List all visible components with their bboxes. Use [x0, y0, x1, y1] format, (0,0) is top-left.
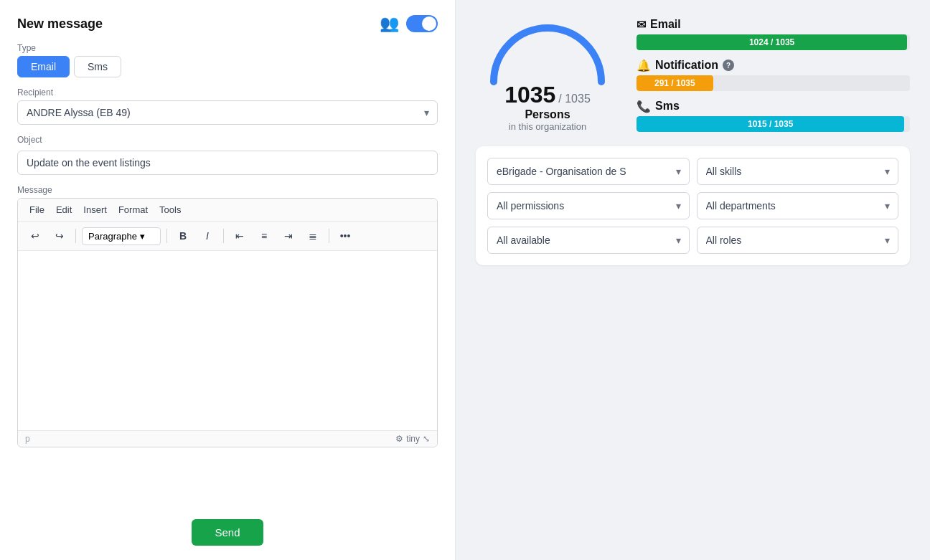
- departments-filter[interactable]: All departments: [697, 192, 899, 219]
- skills-filter[interactable]: All skills: [697, 158, 899, 185]
- notification-progress-text: 291 / 1035: [654, 78, 695, 88]
- sms-channel-header: 📞 Sms: [637, 100, 910, 113]
- paragraph-chevron: ▾: [140, 231, 145, 242]
- filters-grid: eBrigade - Organisation de S All skills …: [487, 158, 898, 254]
- menu-insert[interactable]: Insert: [78, 201, 113, 218]
- bold-button[interactable]: B: [173, 226, 193, 246]
- undo-button[interactable]: ↩: [25, 226, 45, 246]
- notification-channel-label: Notification: [655, 59, 718, 72]
- editor-body[interactable]: [18, 251, 437, 430]
- object-input[interactable]: [17, 151, 438, 175]
- menu-tools[interactable]: Tools: [154, 201, 187, 218]
- recipient-label: Recipient: [17, 87, 438, 98]
- gauge-container: 1035 / 1035 Persons in this organization: [476, 17, 619, 132]
- send-row: Send: [17, 516, 438, 546]
- email-channel-row: ✉ Email 1024 / 1035: [637, 18, 910, 50]
- sms-progress-fill: 1015 / 1035: [637, 116, 904, 132]
- permissions-filter[interactable]: All permissions: [487, 192, 690, 219]
- type-label: Type: [17, 43, 438, 53]
- tiny-icon: ⚙: [395, 434, 403, 444]
- message-label: Message: [17, 185, 438, 195]
- channel-stats: ✉ Email 1024 / 1035 🔔 Notification ?: [637, 18, 910, 132]
- notification-channel-row: 🔔 Notification ? 291 / 1035: [637, 59, 910, 91]
- editor-container: File Edit Insert Format Tools ↩ ↪ Paragr…: [17, 198, 438, 447]
- page-title: New message: [17, 16, 103, 32]
- align-right-button[interactable]: ⇥: [278, 226, 299, 246]
- organisation-filter[interactable]: eBrigade - Organisation de S: [487, 158, 690, 185]
- header-row: New message 👥: [17, 14, 438, 33]
- roles-filter-wrapper: All roles: [697, 227, 899, 254]
- notification-progress-fill: 291 / 1035: [637, 75, 713, 91]
- toolbar-separator-3: [223, 229, 224, 243]
- email-progress-container: 1024 / 1035: [637, 34, 910, 50]
- gauge-numbers: 1035 / 1035: [504, 82, 591, 108]
- object-section: Object: [17, 135, 438, 175]
- italic-button[interactable]: I: [197, 226, 217, 246]
- left-panel: New message 👥 Type Email Sms Recipient A…: [0, 0, 456, 560]
- right-panel: 1035 / 1035 Persons in this organization…: [456, 0, 930, 560]
- email-channel-header: ✉ Email: [637, 18, 910, 32]
- header-icons: 👥: [380, 14, 438, 33]
- notification-progress-container: 291 / 1035: [637, 75, 910, 91]
- roles-filter[interactable]: All roles: [697, 227, 899, 254]
- toggle-switch[interactable]: [406, 15, 438, 32]
- align-left-button[interactable]: ⇤: [230, 226, 250, 246]
- toolbar-separator-1: [75, 229, 76, 243]
- editor-menubar: File Edit Insert Format Tools: [18, 199, 437, 222]
- sms-progress-container: 1015 / 1035: [637, 116, 910, 132]
- align-justify-button[interactable]: ≣: [303, 226, 323, 246]
- more-options-button[interactable]: •••: [335, 226, 355, 246]
- paragraph-select[interactable]: Paragraphe ▾: [82, 227, 161, 245]
- resize-icon[interactable]: ⤡: [423, 434, 430, 444]
- object-label: Object: [17, 135, 438, 145]
- permissions-filter-wrapper: All permissions: [487, 192, 690, 219]
- notification-icon: 🔔: [637, 59, 651, 72]
- notification-help-icon[interactable]: ?: [723, 60, 734, 71]
- email-channel-label: Email: [650, 18, 681, 31]
- redo-button[interactable]: ↪: [50, 226, 70, 246]
- align-center-button[interactable]: ≡: [254, 226, 274, 246]
- editor-toolbar: ↩ ↪ Paragraphe ▾ B I ⇤ ≡ ⇥ ≣ •••: [18, 222, 437, 251]
- filters-section: eBrigade - Organisation de S All skills …: [476, 146, 910, 265]
- editor-tag-p: p: [25, 434, 30, 444]
- message-section: Message File Edit Insert Format Tools ↩ …: [17, 185, 438, 506]
- departments-filter-wrapper: All departments: [697, 192, 899, 219]
- send-button[interactable]: Send: [192, 519, 263, 546]
- gauge-svg: [483, 17, 612, 89]
- toolbar-separator-2: [166, 229, 167, 243]
- paragraph-label: Paragraphe: [88, 231, 137, 242]
- group-icon: 👥: [380, 14, 399, 33]
- recipient-select[interactable]: ANDRE Alyssa (EB 49): [17, 100, 438, 125]
- gauge-slash: /: [558, 92, 565, 105]
- gauge-label: Persons: [504, 108, 591, 121]
- email-type-button[interactable]: Email: [17, 56, 70, 77]
- menu-file[interactable]: File: [24, 201, 50, 218]
- menu-edit[interactable]: Edit: [50, 201, 78, 218]
- email-progress-text: 1024 / 1035: [749, 37, 794, 47]
- email-icon: ✉: [637, 18, 646, 32]
- sms-channel-label: Sms: [655, 100, 680, 113]
- organisation-filter-wrapper: eBrigade - Organisation de S: [487, 158, 690, 185]
- sms-progress-text: 1015 / 1035: [748, 119, 793, 129]
- tiny-label: tiny: [406, 434, 420, 444]
- available-filter-wrapper: All available: [487, 227, 690, 254]
- skills-filter-wrapper: All skills: [697, 158, 899, 185]
- type-buttons: Email Sms: [17, 56, 438, 77]
- recipient-select-wrapper: ANDRE Alyssa (EB 49): [17, 100, 438, 125]
- gauge-text: 1035 / 1035 Persons in this organization: [504, 82, 591, 132]
- sms-icon: 📞: [637, 100, 651, 113]
- gauge-sublabel: in this organization: [504, 121, 591, 132]
- recipient-section: Recipient ANDRE Alyssa (EB 49): [17, 87, 438, 125]
- stats-section: 1035 / 1035 Persons in this organization…: [476, 17, 910, 132]
- email-progress-fill: 1024 / 1035: [637, 34, 907, 50]
- available-filter[interactable]: All available: [487, 227, 690, 254]
- editor-footer: p ⚙ tiny ⤡: [18, 430, 437, 447]
- type-section: Type Email Sms: [17, 43, 438, 77]
- menu-format[interactable]: Format: [113, 201, 154, 218]
- notification-channel-header: 🔔 Notification ?: [637, 59, 910, 72]
- sms-channel-row: 📞 Sms 1015 / 1035: [637, 100, 910, 132]
- gauge-denominator: 1035: [565, 92, 591, 105]
- sms-type-button[interactable]: Sms: [74, 56, 121, 77]
- gauge-numerator: 1035: [504, 82, 555, 108]
- tiny-logo: ⚙ tiny ⤡: [395, 434, 430, 444]
